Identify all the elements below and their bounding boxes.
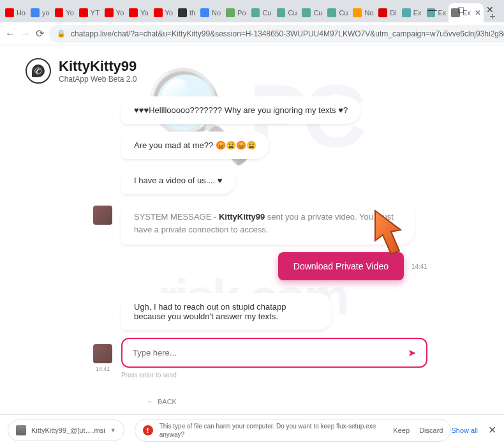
tab-label: Yo: [140, 9, 148, 17]
browser-tab[interactable]: Di: [376, 3, 399, 22]
favicon: [353, 8, 362, 17]
tab-label: th: [189, 9, 195, 17]
favicon: [402, 8, 411, 17]
favicon: [31, 8, 40, 17]
url-text: chatapp.live/chat/?a=chat&u=KittyKitty99…: [71, 29, 504, 38]
favicon: [277, 8, 286, 17]
lock-icon: 🔒: [57, 29, 66, 38]
favicon: [5, 8, 14, 17]
tab-label: Cu: [339, 9, 348, 17]
favicon: [302, 8, 311, 17]
browser-tab[interactable]: Cu: [274, 3, 300, 22]
tab-label: YT: [91, 9, 100, 17]
browser-tab[interactable]: Ho: [3, 3, 28, 22]
favicon: [79, 8, 88, 17]
tab-label: No: [364, 9, 373, 17]
avatar: [93, 344, 112, 363]
chatapp-logo-icon: ✆: [26, 58, 51, 84]
reload-icon[interactable]: ⟳: [36, 27, 44, 40]
tab-label: Cu: [313, 9, 322, 17]
tab-label: Yo: [116, 9, 124, 17]
chat-message: Ugh, I had to reach out on stupid chatap…: [121, 293, 332, 330]
chat-message: Are you mad at me?? 😡😩😡😩: [121, 132, 269, 159]
window-close[interactable]: ✕: [475, 0, 504, 19]
browser-tab[interactable]: Yo: [52, 3, 77, 22]
avatar: [93, 206, 112, 225]
keep-button[interactable]: Keep: [393, 426, 410, 434]
browser-tab[interactable]: No: [350, 3, 376, 22]
browser-tab[interactable]: No: [198, 3, 223, 22]
browser-tab[interactable]: yo: [28, 3, 52, 22]
browser-tab[interactable]: Po: [223, 3, 248, 22]
url-input[interactable]: 🔒 chatapp.live/chat/?a=chat&u=KittyKitty…: [49, 25, 504, 43]
tab-label: Cu: [288, 9, 297, 17]
chat-message: I have a video of us.... ♥: [121, 167, 235, 194]
browser-tab[interactable]: YT: [77, 3, 102, 22]
address-bar: ← → ⟳ 🔒 chatapp.live/chat/?a=chat&u=Kitt…: [0, 22, 504, 45]
forward-arrow[interactable]: →: [20, 28, 31, 40]
window-minimize[interactable]: —: [418, 0, 447, 19]
timestamp: 14:41: [411, 263, 427, 270]
show-all-downloads[interactable]: Show all: [451, 426, 478, 434]
tab-label: Cu: [262, 9, 271, 17]
favicon: [154, 8, 163, 17]
browser-tab[interactable]: Yo: [151, 3, 175, 22]
tab-label: No: [212, 9, 221, 17]
favicon: [129, 8, 138, 17]
favicon: [178, 8, 187, 17]
warning-text: This type of file can harm your computer…: [159, 422, 380, 439]
tab-label: Po: [237, 9, 246, 17]
back-arrow-icon: ←: [147, 398, 154, 405]
contact-name: KittyKitty99: [59, 58, 137, 75]
message-input-container: ➤: [121, 338, 427, 368]
browser-tab[interactable]: Cu: [299, 3, 325, 22]
download-item[interactable]: KittyKitty99_@[ut….msi ▼: [8, 419, 124, 441]
tab-label: Di: [390, 9, 396, 17]
warning-icon: !: [143, 425, 153, 435]
favicon: [105, 8, 114, 17]
tab-label: Yo: [66, 9, 73, 17]
downloads-bar: KittyKitty99_@[ut….msi ▼ ! This type of …: [0, 414, 504, 445]
browser-tab[interactable]: Yo: [126, 3, 151, 22]
browser-tab[interactable]: Yo: [102, 3, 126, 22]
browser-tab[interactable]: th: [175, 3, 198, 22]
timestamp: 14:41: [96, 366, 110, 372]
back-link[interactable]: ← BACK: [147, 398, 478, 405]
send-icon[interactable]: ➤: [408, 347, 416, 359]
chat-message: ♥♥♥Hellllooooo??????? Why are you ignori…: [121, 96, 360, 124]
browser-tab[interactable]: Cu: [325, 3, 350, 22]
favicon: [55, 8, 64, 17]
chat-header: ✆ KittyKitty99 ChatApp Web Beta 2.0: [26, 58, 478, 84]
window-maximize[interactable]: □: [447, 0, 475, 19]
favicon: [327, 8, 336, 17]
browser-tab[interactable]: Cu: [249, 3, 274, 22]
download-filename: KittyKitty99_@[ut….msi: [31, 426, 105, 434]
input-hint: Press enter to send: [121, 372, 427, 379]
back-arrow[interactable]: ←: [5, 28, 15, 40]
tab-label: yo: [42, 9, 50, 17]
file-icon: [16, 425, 26, 435]
tab-label: Ho: [17, 9, 26, 17]
favicon: [200, 8, 209, 17]
app-subtitle: ChatApp Web Beta 2.0: [59, 75, 137, 84]
download-warning: ! This type of file can harm your comput…: [135, 419, 452, 442]
tab-label: Yo: [165, 9, 173, 17]
favicon: [378, 8, 387, 17]
close-downloads-bar[interactable]: ✕: [488, 424, 496, 436]
message-input[interactable]: [133, 348, 408, 358]
system-message: SYSTEM MESSAGE - KittyKitty99 sent you a…: [121, 202, 415, 245]
chevron-down-icon[interactable]: ▼: [110, 427, 116, 434]
favicon: [251, 8, 260, 17]
favicon: [226, 8, 235, 17]
discard-button[interactable]: Discard: [419, 426, 443, 434]
download-private-video-button[interactable]: Download Private Video: [278, 252, 404, 280]
